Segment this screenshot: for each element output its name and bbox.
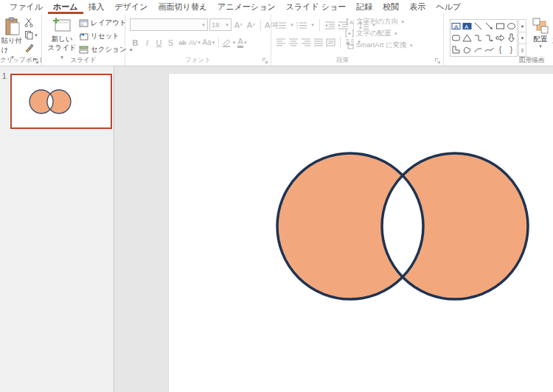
format-painter-button[interactable] <box>24 43 34 52</box>
menu-view[interactable]: 表示 <box>404 0 431 14</box>
font-color-button[interactable]: A▼ <box>237 36 248 49</box>
shape-text-box-horizontal-icon[interactable]: A <box>451 20 462 32</box>
gallery-scroll-up-button[interactable]: ▲ <box>518 19 526 32</box>
paragraph-group-label: 段落 <box>242 56 443 65</box>
svg-text:A: A <box>465 23 469 29</box>
group-paragraph: ▼ ▼ ▼ ▼ A 文字列の方向 ▼ 文字の配置 <box>271 14 444 66</box>
copy-dropdown-chevron[interactable]: ▼ <box>34 33 38 38</box>
venn-diagram[interactable] <box>169 74 553 392</box>
new-slide-label-line1: 新しい <box>52 35 73 43</box>
shape-elbow-connector-icon[interactable] <box>473 32 484 43</box>
clipboard-dialog-launcher[interactable] <box>32 57 39 64</box>
bullets-chevron[interactable]: ▼ <box>290 23 294 27</box>
ribbon: 貼り付け ▼ ▼ <box>0 14 553 66</box>
shape-arc-icon[interactable] <box>473 44 484 56</box>
font-name-chevron[interactable]: ▼ <box>201 23 206 27</box>
shape-text-box-vertical-icon[interactable]: A <box>462 20 473 32</box>
reset-label: リセット <box>91 32 119 41</box>
menu-slideshow[interactable]: スライド ショー <box>281 0 352 14</box>
shape-down-arrow-icon[interactable] <box>506 32 517 43</box>
gallery-scroll-down-button[interactable]: ▼ <box>518 32 526 45</box>
content-area: 1 <box>0 66 553 392</box>
svg-text:A: A <box>349 19 354 26</box>
bullets-button[interactable] <box>276 21 288 29</box>
paste-button[interactable]: 貼り付け ▼ <box>1 17 24 57</box>
numbering-chevron[interactable]: ▼ <box>310 23 315 27</box>
menu-design[interactable]: デザイン <box>110 0 153 14</box>
align-text-button[interactable]: 文字の配置 ▼ <box>345 29 414 38</box>
font-size-chevron[interactable]: ▼ <box>225 23 229 27</box>
shape-left-brace-icon[interactable]: { <box>495 44 506 56</box>
arrange-button[interactable]: 配置 ▼ <box>529 17 552 49</box>
format-painter-icon <box>24 43 34 52</box>
menu-file[interactable]: ファイル <box>4 0 48 14</box>
menu-review[interactable]: 校閲 <box>378 0 404 14</box>
group-clipboard: 貼り付け ▼ ▼ <box>0 14 42 66</box>
strikethrough-button[interactable]: ab <box>177 36 188 49</box>
shape-corner-icon[interactable] <box>451 44 462 56</box>
shape-rounded-rectangle-icon[interactable] <box>451 32 462 43</box>
distribute-button[interactable] <box>326 38 335 46</box>
menu-home[interactable]: ホーム <box>48 0 83 14</box>
numbering-button[interactable] <box>296 21 308 29</box>
decrease-indent-button[interactable] <box>324 21 335 29</box>
shapes-gallery-scrollbar: ▲ ▼ ⊽ <box>518 19 526 57</box>
bold-button[interactable]: B <box>130 36 141 49</box>
smartart-chevron: ▼ <box>409 43 414 48</box>
change-case-button[interactable]: Aa▼ <box>202 36 215 49</box>
highlight-color-button[interactable]: ▼ <box>222 36 236 49</box>
copy-button[interactable]: ▼ <box>24 30 38 40</box>
paragraph-dialog-launcher[interactable] <box>434 57 441 64</box>
shape-elbow-arrow-connector-icon[interactable] <box>484 32 495 43</box>
slide-thumbnail-pane[interactable]: 1 <box>0 66 114 392</box>
thumbnail-venn-diagram <box>12 75 111 127</box>
justify-button[interactable] <box>313 38 324 46</box>
convert-smartart-button[interactable]: SmartArt に変換 ▼ <box>345 41 414 50</box>
menu-bar: ファイル ホーム 挿入 デザイン 画面切り替え アニメーション スライド ショー… <box>0 0 553 14</box>
character-spacing-button[interactable]: AV▼ <box>189 36 201 49</box>
group-drawing: A A { } ▲ ▼ ⊽ <box>444 14 553 66</box>
menu-transitions[interactable]: 画面切り替え <box>153 0 213 14</box>
font-size-combobox[interactable]: 18 ▼ <box>209 18 232 31</box>
shape-triangle-icon[interactable] <box>462 32 473 43</box>
text-direction-button[interactable]: A 文字列の方向 ▼ <box>345 17 414 27</box>
underline-button[interactable]: U <box>153 36 164 49</box>
shape-right-brace-icon[interactable]: } <box>506 44 517 56</box>
menu-animations[interactable]: アニメーション <box>212 0 281 14</box>
shape-rectangle-icon[interactable] <box>495 20 506 32</box>
align-text-label: 文字の配置 <box>356 29 392 38</box>
menu-help[interactable]: ヘルプ <box>431 0 466 14</box>
font-size-value: 18 <box>212 21 220 29</box>
text-shadow-button[interactable]: S <box>165 36 176 49</box>
cut-button[interactable] <box>24 18 33 27</box>
align-left-button[interactable] <box>276 38 286 46</box>
menu-record[interactable]: 記録 <box>351 0 378 14</box>
text-direction-chevron: ▼ <box>400 20 405 24</box>
shape-right-arrow-icon[interactable] <box>495 32 506 43</box>
arrange-label: 配置 <box>534 35 548 44</box>
new-slide-button[interactable]: 新しい スライド ▼ <box>46 17 78 61</box>
new-slide-icon <box>52 17 72 35</box>
shape-curve-icon[interactable] <box>484 44 495 56</box>
slide-1-thumbnail[interactable] <box>10 74 112 129</box>
layout-icon <box>79 19 88 27</box>
gallery-more-button[interactable]: ⊽ <box>518 44 526 57</box>
shrink-font-button[interactable]: A˅ <box>246 18 257 31</box>
shape-line-arrow-icon[interactable] <box>484 20 495 32</box>
paste-label: 貼り付け <box>1 36 24 55</box>
font-name-combobox[interactable]: ▼ <box>130 18 208 31</box>
menu-insert[interactable]: 挿入 <box>83 0 110 14</box>
slide-canvas[interactable] <box>168 73 553 392</box>
reset-icon <box>79 32 88 41</box>
align-text-icon <box>345 29 354 38</box>
grow-font-button[interactable]: A˄ <box>233 18 244 31</box>
text-direction-icon: A <box>345 18 354 26</box>
align-center-button[interactable] <box>288 38 299 46</box>
shapes-gallery: A A { } <box>450 19 518 57</box>
drawing-group-label: 図形描画 <box>495 56 553 65</box>
shape-line-icon[interactable] <box>473 20 484 32</box>
shape-freeform-icon[interactable] <box>462 44 473 56</box>
align-right-button[interactable] <box>301 38 311 46</box>
shape-oval-icon[interactable] <box>506 20 517 32</box>
italic-button[interactable]: I <box>142 36 153 49</box>
